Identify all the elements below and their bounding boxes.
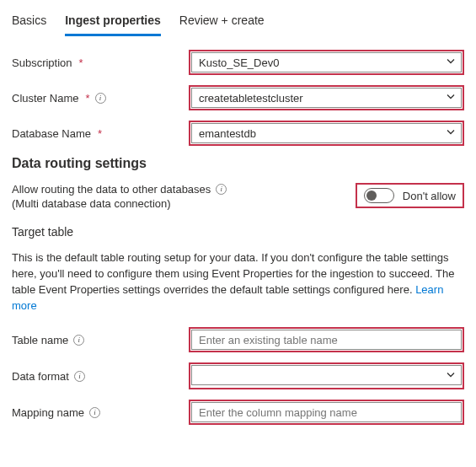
tabs: Basics Ingest properties Review + create [12,8,464,36]
row-cluster-name: Cluster Name* i createtabletestcluster [12,85,464,110]
section-target-table-title: Target table [12,225,464,239]
row-mapping-name: Mapping name i [12,400,464,425]
label-database-name-text: Database Name [12,127,91,140]
allow-routing-label: Allow routing the data to other database… [12,183,211,196]
section-data-routing-title: Data routing settings [12,156,464,171]
info-icon[interactable]: i [95,93,106,104]
required-indicator: * [98,127,102,140]
subscription-select[interactable]: Kusto_SE_Dev0 [191,52,462,72]
label-subscription: Subscription* [12,56,189,69]
target-table-description-text: This is the default table routing setup … [12,251,454,296]
row-subscription: Subscription* Kusto_SE_Dev0 [12,50,464,75]
required-indicator: * [85,92,89,105]
row-allow-routing: Allow routing the data to other database… [12,183,464,210]
tab-review-create[interactable]: Review + create [179,8,265,36]
label-database-name: Database Name* [12,127,189,140]
label-data-format-text: Data format [12,370,69,383]
label-cluster-name-text: Cluster Name [12,92,78,105]
info-icon[interactable]: i [89,407,100,418]
label-data-format: Data format i [12,370,189,383]
toggle-knob [366,191,377,201]
info-icon[interactable]: i [73,335,84,346]
label-mapping-name-text: Mapping name [12,406,84,419]
label-cluster-name: Cluster Name* i [12,92,189,105]
label-subscription-text: Subscription [12,56,72,69]
mapping-name-input[interactable] [191,402,462,422]
tab-basics[interactable]: Basics [12,8,46,36]
row-database-name: Database Name* emantestdb [12,121,464,146]
database-name-select[interactable]: emantestdb [191,123,462,143]
tab-ingest-properties[interactable]: Ingest properties [65,8,161,36]
label-table-name-text: Table name [12,334,68,346]
table-name-input[interactable] [191,330,462,350]
toggle-state-label: Don't allow [403,190,456,202]
row-table-name: Table name i [12,327,464,352]
label-table-name: Table name i [12,334,189,346]
info-icon[interactable]: i [74,371,85,382]
required-indicator: * [79,56,83,69]
row-data-format: Data format i [12,362,464,389]
target-table-description: This is the default table routing setup … [12,250,464,314]
cluster-name-select[interactable]: createtabletestcluster [191,88,462,108]
allow-routing-toggle[interactable] [364,188,394,203]
allow-routing-sublabel: (Multi database data connection) [12,197,227,210]
info-icon[interactable]: i [216,184,227,195]
label-mapping-name: Mapping name i [12,406,189,419]
data-format-select[interactable] [191,365,462,385]
